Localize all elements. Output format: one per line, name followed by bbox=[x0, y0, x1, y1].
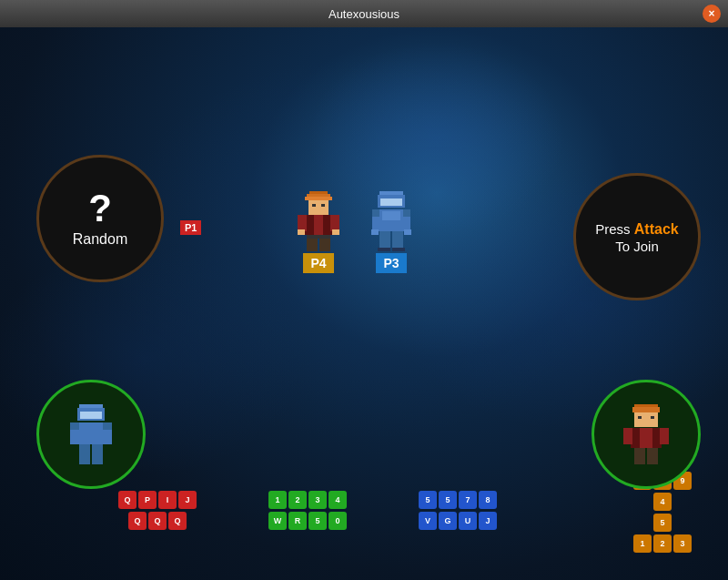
svg-rect-3 bbox=[308, 200, 329, 215]
key-q4[interactable]: Q bbox=[168, 512, 187, 530]
key-5b[interactable]: 5 bbox=[419, 491, 437, 509]
to-join-label: To Join bbox=[615, 239, 659, 254]
svg-rect-10 bbox=[307, 239, 318, 251]
svg-rect-33 bbox=[80, 412, 102, 419]
press-attack-text: Press Attack To Join bbox=[595, 219, 678, 255]
svg-rect-38 bbox=[103, 430, 112, 444]
svg-rect-5 bbox=[321, 204, 325, 207]
key-3[interactable]: 3 bbox=[308, 491, 327, 509]
key-5b2[interactable]: 5 bbox=[439, 491, 457, 509]
app-window: Autexousious × ? Random P1 Press Attack … bbox=[0, 0, 728, 580]
svg-rect-24 bbox=[403, 217, 410, 231]
svg-rect-4 bbox=[312, 204, 316, 207]
blue-key-row-2: V G U J bbox=[419, 512, 497, 530]
svg-rect-52 bbox=[647, 448, 658, 464]
key-j[interactable]: J bbox=[178, 491, 197, 509]
key-4[interactable]: 4 bbox=[329, 491, 347, 509]
svg-rect-23 bbox=[372, 217, 379, 231]
bottom-right-sprite bbox=[622, 402, 672, 466]
key-i[interactable]: I bbox=[158, 491, 177, 509]
press-label: Press bbox=[595, 221, 634, 237]
svg-rect-43 bbox=[634, 412, 658, 427]
orange-key-row-2: 4 bbox=[653, 493, 672, 511]
press-attack-circle[interactable]: Press Attack To Join bbox=[573, 173, 701, 300]
game-background: ? Random P1 Press Attack To Join bbox=[0, 27, 728, 580]
svg-rect-18 bbox=[380, 198, 402, 206]
p4-container: P4 bbox=[296, 189, 341, 273]
key-w[interactable]: W bbox=[268, 512, 287, 530]
svg-rect-51 bbox=[634, 448, 645, 464]
key-q3[interactable]: Q bbox=[148, 512, 167, 530]
key-5o[interactable]: 5 bbox=[653, 514, 672, 532]
svg-rect-26 bbox=[404, 229, 411, 235]
svg-rect-11 bbox=[319, 239, 330, 251]
svg-rect-14 bbox=[298, 229, 305, 235]
key-q[interactable]: Q bbox=[118, 491, 136, 509]
p4-sprite bbox=[296, 189, 341, 253]
key-g[interactable]: G bbox=[439, 512, 457, 530]
red-key-row-2: Q Q Q bbox=[128, 512, 187, 530]
svg-rect-39 bbox=[79, 444, 90, 464]
blue-key-row-1: 5 5 7 8 bbox=[419, 491, 497, 509]
title-bar: Autexousious × bbox=[0, 0, 728, 27]
green-key-row-2: W R 5 0 bbox=[268, 512, 347, 530]
key-p[interactable]: P bbox=[138, 491, 157, 509]
close-button[interactable]: × bbox=[703, 5, 721, 23]
svg-rect-37 bbox=[70, 430, 79, 444]
p3-container: P3 bbox=[369, 189, 414, 273]
orange-key-row-3: 5 bbox=[653, 514, 672, 532]
key-jb[interactable]: J bbox=[479, 512, 497, 530]
p1-badge: P1 bbox=[180, 220, 201, 235]
red-key-row-1: Q P I J bbox=[118, 491, 197, 509]
key-0[interactable]: 0 bbox=[329, 512, 347, 530]
key-2[interactable]: 2 bbox=[288, 491, 307, 509]
window-title: Autexousious bbox=[329, 7, 399, 21]
key-3o[interactable]: 3 bbox=[673, 534, 692, 553]
svg-rect-50 bbox=[660, 428, 669, 444]
key-2o[interactable]: 2 bbox=[653, 534, 672, 553]
p4-badge: P4 bbox=[303, 253, 333, 273]
p3-sprite bbox=[369, 189, 414, 253]
svg-rect-34 bbox=[77, 422, 105, 444]
random-question-mark: ? bbox=[88, 189, 112, 228]
svg-rect-30 bbox=[392, 248, 405, 251]
svg-rect-9 bbox=[307, 235, 330, 239]
attack-label: Attack bbox=[634, 221, 679, 237]
key-5[interactable]: 5 bbox=[308, 512, 327, 530]
svg-rect-45 bbox=[651, 416, 654, 419]
svg-rect-25 bbox=[371, 229, 379, 235]
key-7b[interactable]: 7 bbox=[459, 491, 477, 509]
green-keybind-group: 1 2 3 4 W R 5 0 bbox=[268, 491, 347, 530]
svg-rect-49 bbox=[623, 428, 632, 444]
random-character-circle[interactable]: ? Random bbox=[36, 155, 164, 282]
svg-rect-40 bbox=[92, 444, 103, 464]
random-label: Random bbox=[73, 231, 127, 248]
svg-rect-29 bbox=[378, 248, 390, 251]
green-key-row-1: 1 2 3 4 bbox=[268, 491, 347, 509]
svg-rect-20 bbox=[382, 211, 400, 220]
orange-key-row-4: 1 2 3 bbox=[633, 534, 692, 553]
svg-rect-2 bbox=[305, 197, 332, 200]
key-q2[interactable]: Q bbox=[128, 512, 147, 530]
bottom-left-sprite bbox=[66, 402, 116, 466]
bottom-left-character-circle[interactable] bbox=[36, 380, 146, 489]
blue-keybind-group: 5 5 7 8 V G U J bbox=[419, 491, 497, 530]
center-characters-area: P4 bbox=[255, 155, 455, 273]
bottom-right-character-circle[interactable] bbox=[592, 380, 701, 489]
key-8b[interactable]: 8 bbox=[479, 491, 497, 509]
svg-rect-15 bbox=[332, 229, 339, 235]
red-keybind-group: Q P I J Q Q Q bbox=[118, 491, 197, 530]
svg-rect-12 bbox=[298, 215, 307, 231]
svg-rect-42 bbox=[632, 407, 660, 412]
key-1o[interactable]: 1 bbox=[633, 534, 652, 553]
svg-rect-13 bbox=[330, 215, 339, 231]
key-4o[interactable]: 4 bbox=[653, 493, 672, 511]
key-1[interactable]: 1 bbox=[268, 491, 287, 509]
key-u[interactable]: U bbox=[459, 512, 477, 530]
svg-rect-44 bbox=[638, 416, 642, 419]
key-v[interactable]: V bbox=[419, 512, 437, 530]
p3-badge: P3 bbox=[376, 253, 406, 273]
key-r[interactable]: R bbox=[288, 512, 307, 530]
